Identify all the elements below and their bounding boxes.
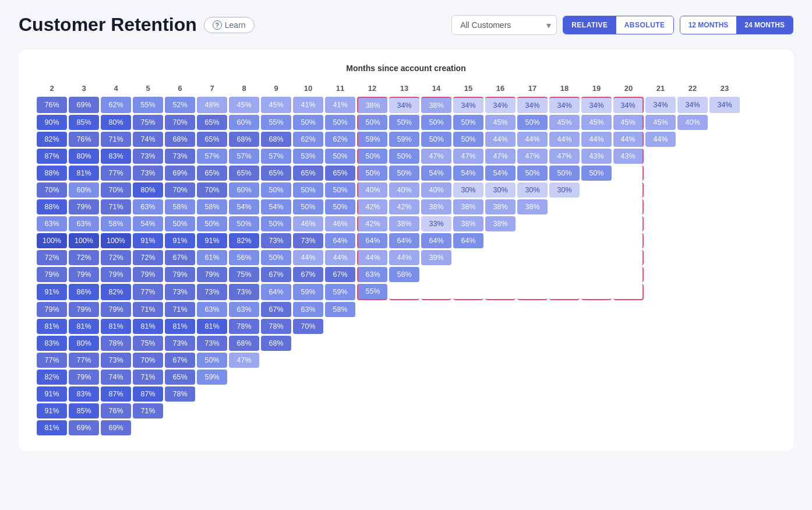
cell-r10-c16	[549, 267, 580, 282]
cell-r8-c4: 91%	[165, 233, 195, 248]
cell-r13-c5: 81%	[197, 319, 227, 334]
cell-r4-c11: 50%	[389, 166, 419, 181]
cell-r14-c4: 73%	[165, 336, 195, 351]
cell-r1-c15: 50%	[517, 115, 548, 130]
cell-r7-c11: 38%	[389, 216, 419, 231]
cell-r12-c5: 63%	[197, 302, 227, 317]
cell-r5-c3: 80%	[133, 182, 163, 198]
cell-r18-c4	[165, 403, 195, 418]
col-header-4: 4	[101, 82, 131, 95]
cell-r18-c1: 85%	[69, 403, 99, 418]
chart-container: Months since account creation 2345678910…	[19, 50, 793, 451]
cell-r0-c14: 34%	[485, 97, 516, 113]
table-row: 82%76%71%74%68%65%68%68%62%62%59%59%50%5…	[37, 132, 740, 147]
24-months-btn[interactable]: 24 MONTHS	[736, 16, 793, 34]
cell-r11-c1: 86%	[69, 284, 99, 300]
cell-r15-c14	[485, 353, 516, 368]
cell-r3-c10: 50%	[357, 149, 387, 164]
cell-r16-c13	[453, 370, 483, 385]
cell-r12-c19	[645, 302, 676, 317]
cell-r3-c12: 47%	[421, 149, 451, 164]
cell-r4-c1: 81%	[69, 166, 99, 181]
cell-r1-c10: 50%	[357, 115, 387, 130]
cell-r16-c1: 79%	[69, 370, 99, 385]
cell-r8-c0: 100%	[37, 233, 67, 248]
cell-r19-c5	[197, 420, 227, 435]
cell-r6-c0: 88%	[37, 199, 67, 214]
customer-select[interactable]: All Customers New Customers Returning Cu…	[451, 15, 557, 35]
relative-toggle[interactable]: RELATIVE	[563, 16, 616, 34]
cell-r9-c3: 72%	[133, 250, 163, 265]
cell-r8-c20	[677, 233, 708, 248]
cell-r4-c0: 88%	[37, 166, 67, 181]
cell-r19-c17	[581, 420, 612, 435]
cell-r17-c18	[613, 386, 644, 402]
cell-r0-c9: 41%	[325, 97, 355, 113]
cell-r0-c11: 34%	[389, 97, 419, 113]
cell-r5-c8: 50%	[293, 182, 323, 198]
cell-r5-c9: 50%	[325, 182, 355, 198]
cell-r4-c6: 65%	[229, 166, 259, 181]
cell-r13-c19	[645, 319, 676, 334]
cell-r15-c21	[709, 353, 740, 368]
cell-r0-c10: 38%	[357, 97, 387, 113]
cell-r9-c1: 72%	[69, 250, 99, 265]
cell-r14-c18	[613, 336, 644, 351]
cell-r13-c8: 70%	[293, 319, 323, 334]
cell-r5-c21	[709, 182, 740, 198]
cell-r3-c0: 87%	[37, 149, 67, 164]
cell-r5-c2: 70%	[101, 182, 131, 198]
cell-r8-c14	[485, 233, 516, 248]
cell-r12-c3: 71%	[133, 302, 163, 317]
cell-r13-c17	[581, 319, 612, 334]
cell-r8-c1: 100%	[69, 233, 99, 248]
cell-r9-c18	[613, 250, 644, 265]
cell-r7-c17	[581, 216, 612, 231]
cell-r2-c3: 74%	[133, 132, 163, 147]
cell-r9-c13	[453, 250, 483, 265]
cell-r2-c2: 71%	[101, 132, 131, 147]
cell-r5-c10: 40%	[357, 182, 387, 198]
cell-r10-c8: 67%	[293, 267, 323, 282]
cell-r7-c12: 33%	[421, 216, 451, 231]
cell-r9-c7: 50%	[261, 250, 291, 265]
cell-r15-c7	[261, 353, 291, 368]
cell-r12-c6: 63%	[229, 302, 259, 317]
cell-r12-c7: 67%	[261, 302, 291, 317]
cell-r6-c21	[709, 199, 740, 214]
cell-r8-c3: 91%	[133, 233, 163, 248]
cell-r3-c8: 53%	[293, 149, 323, 164]
cell-r0-c17: 34%	[581, 97, 612, 113]
cell-r7-c10: 42%	[357, 216, 387, 231]
absolute-toggle[interactable]: ABSOLUTE	[616, 16, 673, 34]
cell-r5-c6: 60%	[229, 182, 259, 198]
12-months-btn[interactable]: 12 MONTHS	[680, 16, 737, 34]
cell-r1-c21	[709, 115, 740, 130]
cell-r10-c6: 75%	[229, 267, 259, 282]
cell-r6-c9: 50%	[325, 199, 355, 214]
cell-r13-c18	[613, 319, 644, 334]
cell-r15-c8	[293, 353, 323, 368]
cell-r0-c19: 34%	[645, 97, 676, 113]
cell-r16-c12	[421, 370, 451, 385]
cell-r8-c15	[517, 233, 548, 248]
cell-r16-c11	[389, 370, 419, 385]
cell-r8-c2: 100%	[101, 233, 131, 248]
cell-r18-c10	[357, 403, 387, 418]
cell-r13-c14	[485, 319, 516, 334]
cell-r4-c20	[677, 166, 708, 181]
cell-r13-c11	[389, 319, 419, 334]
cell-r10-c7: 67%	[261, 267, 291, 282]
learn-button[interactable]: ? Learn	[204, 17, 255, 33]
cell-r19-c12	[421, 420, 451, 435]
cell-r7-c20	[677, 216, 708, 231]
cell-r12-c10	[357, 302, 387, 317]
cell-r10-c20	[677, 267, 708, 282]
cell-r0-c4: 52%	[165, 97, 195, 113]
cell-r14-c7: 68%	[261, 336, 291, 351]
cell-r11-c5: 73%	[197, 284, 227, 300]
cell-r16-c20	[677, 370, 708, 385]
cell-r9-c2: 72%	[101, 250, 131, 265]
customer-select-wrapper[interactable]: All Customers New Customers Returning Cu…	[451, 15, 557, 35]
cell-r1-c6: 60%	[229, 115, 259, 130]
